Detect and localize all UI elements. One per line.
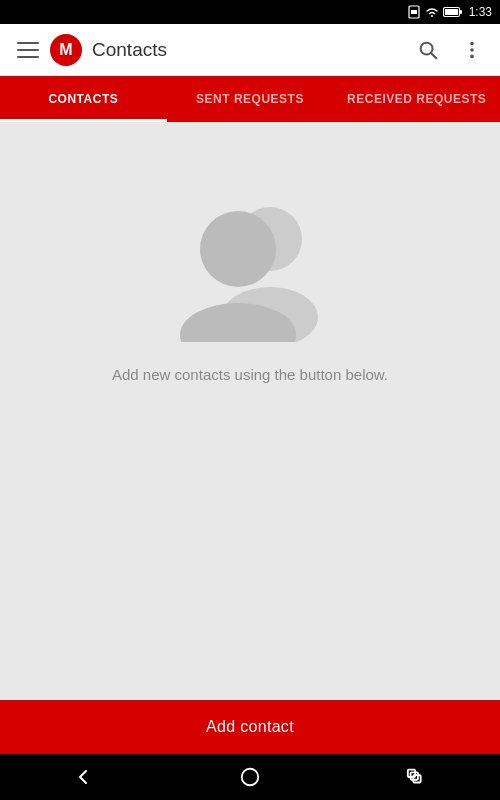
tab-sent-requests[interactable]: SENT REQUESTS (167, 76, 334, 122)
tab-received-requests-label: RECEIVED REQUESTS (347, 92, 486, 106)
svg-rect-1 (411, 10, 417, 14)
search-button[interactable] (408, 30, 448, 70)
status-icons: 1:33 (407, 5, 492, 19)
svg-point-12 (200, 211, 276, 287)
app-bar: M Contacts (0, 24, 500, 76)
tab-bar: CONTACTS SENT REQUESTS RECEIVED REQUESTS (0, 76, 500, 122)
app-bar-actions (408, 30, 492, 70)
back-icon (71, 765, 95, 789)
wifi-icon (425, 6, 439, 18)
empty-state-text: Add new contacts using the button below. (112, 366, 388, 383)
tab-contacts-label: CONTACTS (48, 92, 118, 106)
tab-received-requests[interactable]: RECEIVED REQUESTS (333, 76, 500, 122)
status-bar: 1:33 (0, 0, 500, 24)
mega-logo-letter: M (59, 41, 72, 59)
nav-bar (0, 754, 500, 800)
home-button[interactable] (225, 759, 275, 795)
more-options-button[interactable] (452, 30, 492, 70)
add-contact-button[interactable]: Add contact (0, 700, 500, 754)
svg-point-8 (470, 48, 474, 52)
tab-sent-requests-label: SENT REQUESTS (196, 92, 304, 106)
recents-button[interactable] (392, 759, 442, 795)
contacts-svg (150, 187, 350, 342)
main-content: Add new contacts using the button below. (0, 122, 500, 700)
hamburger-line-2 (17, 49, 39, 51)
hamburger-button[interactable] (8, 30, 48, 70)
app-bar-title: Contacts (92, 39, 408, 61)
more-icon (461, 39, 483, 61)
svg-rect-4 (460, 10, 462, 14)
mega-logo: M (50, 34, 82, 66)
add-contact-label: Add contact (206, 718, 294, 736)
sim-icon (407, 5, 421, 19)
hamburger-line-3 (17, 56, 39, 58)
search-icon (417, 39, 439, 61)
time-display: 1:33 (469, 5, 492, 19)
tab-contacts[interactable]: CONTACTS (0, 76, 167, 122)
battery-icon (443, 6, 463, 18)
home-icon (239, 766, 261, 788)
svg-point-7 (470, 41, 474, 45)
hamburger-line-1 (17, 42, 39, 44)
svg-rect-3 (445, 9, 458, 15)
recents-icon (406, 767, 428, 787)
empty-state-illustration (150, 182, 350, 342)
svg-line-6 (431, 53, 436, 58)
svg-point-9 (470, 54, 474, 58)
svg-point-14 (242, 769, 259, 786)
back-button[interactable] (58, 759, 108, 795)
